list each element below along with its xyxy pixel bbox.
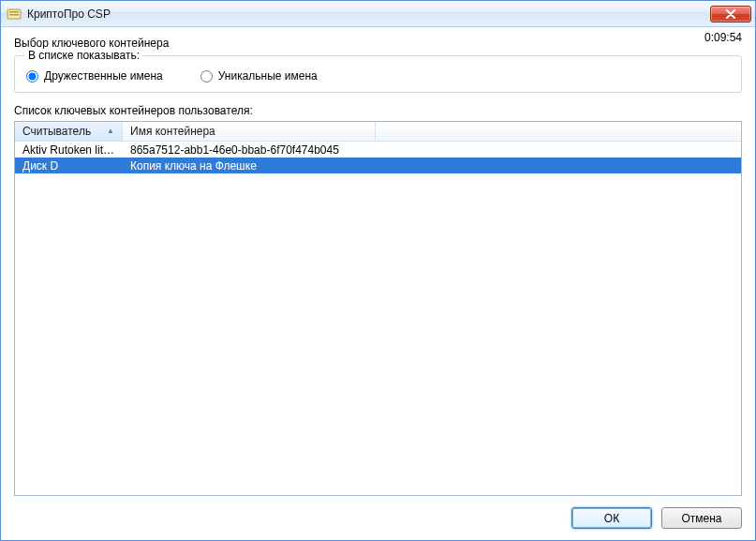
window-title: КриптоПро CSP xyxy=(27,8,710,21)
filter-radio-row: Дружественные имена Уникальные имена xyxy=(26,66,730,83)
radio-friendly-input[interactable] xyxy=(26,70,38,83)
countdown-timer: 0:09:54 xyxy=(704,31,742,44)
column-header-spacer xyxy=(376,122,741,141)
sort-ascending-icon: ▲ xyxy=(107,127,114,135)
list-label: Список ключевых контейнеров пользователя… xyxy=(14,104,742,117)
column-header-container-name[interactable]: Имя контейнера xyxy=(123,122,376,141)
title-bar: КриптоПро CSP xyxy=(1,1,755,27)
close-button[interactable] xyxy=(710,6,751,23)
svg-rect-1 xyxy=(9,11,19,13)
cell-reader: Диск D xyxy=(15,159,123,173)
table-row[interactable]: Aktiv Rutoken lite 0865a7512-abb1-46e0-b… xyxy=(15,142,741,158)
column-header-reader-label: Считыватель xyxy=(22,125,91,138)
cell-reader: Aktiv Rutoken lite 0 xyxy=(15,143,123,157)
listview-body[interactable]: Aktiv Rutoken lite 0865a7512-abb1-46e0-b… xyxy=(15,142,741,495)
listview-header: Считыватель ▲ Имя контейнера xyxy=(15,122,741,142)
column-header-reader[interactable]: Считыватель ▲ xyxy=(15,122,123,141)
dialog-window: КриптоПро CSP 0:09:54 Выбор ключевого ко… xyxy=(0,0,756,541)
section-title: Выбор ключевого контейнера xyxy=(14,37,742,50)
container-listview[interactable]: Считыватель ▲ Имя контейнера Aktiv Rutok… xyxy=(14,121,742,496)
svg-rect-2 xyxy=(9,14,19,16)
filter-groupbox: В списке показывать: Дружественные имена… xyxy=(14,55,742,93)
client-area: 0:09:54 Выбор ключевого контейнера В спи… xyxy=(1,27,755,540)
cell-container-name: Копия ключа на Флешке xyxy=(123,159,376,173)
ok-button[interactable]: ОК xyxy=(571,507,652,529)
radio-friendly-label: Дружественные имена xyxy=(44,69,163,83)
radio-unique-names[interactable]: Уникальные имена xyxy=(200,69,318,83)
table-row[interactable]: Диск DКопия ключа на Флешке xyxy=(15,158,741,173)
dialog-button-row: ОК Отмена xyxy=(14,496,742,529)
radio-unique-label: Уникальные имена xyxy=(218,69,318,83)
cell-container-name: 865a7512-abb1-46e0-bbab-6f70f474b045 xyxy=(123,143,376,157)
column-header-container-name-label: Имя контейнера xyxy=(130,125,215,138)
cancel-button[interactable]: Отмена xyxy=(661,507,742,529)
radio-unique-input[interactable] xyxy=(200,70,213,83)
filter-legend: В списке показывать: xyxy=(24,49,143,62)
radio-friendly-names[interactable]: Дружественные имена xyxy=(26,69,163,83)
app-icon xyxy=(7,7,22,22)
